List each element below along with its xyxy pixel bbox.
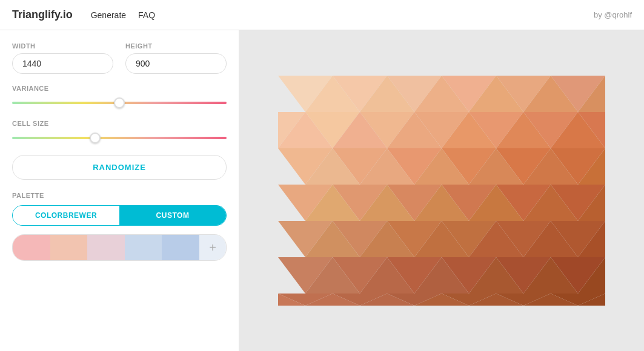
nav-generate[interactable]: Generate (91, 10, 126, 20)
height-label: HEIGHT (125, 42, 227, 50)
cellsize-section: CELL SIZE (12, 120, 227, 144)
add-color-button[interactable]: + (199, 235, 226, 260)
randomize-button[interactable]: RANDOMIZE (12, 155, 227, 180)
cellsize-label: CELL SIZE (12, 120, 227, 127)
cellsize-slider[interactable] (12, 137, 227, 139)
variance-slider[interactable] (12, 102, 227, 104)
header: Trianglify.io Generate FAQ by @qrohlf (0, 0, 644, 30)
nav-faq[interactable]: FAQ (138, 10, 155, 20)
swatch-0[interactable] (13, 235, 50, 260)
credit: by @qrohlf (594, 10, 632, 19)
palette-colorbrewer[interactable]: COLORBREWER (13, 206, 119, 225)
width-group: WIDTH (12, 42, 113, 74)
variance-label: VARIANCE (12, 85, 227, 92)
palette-toggle: COLORBREWER CUSTOM (12, 205, 227, 226)
logo: Trianglify.io (12, 8, 73, 21)
width-input[interactable] (12, 53, 113, 74)
swatch-2[interactable] (87, 235, 125, 260)
variance-section: VARIANCE (12, 85, 227, 109)
height-group: HEIGHT (125, 42, 227, 74)
palette-label: PALETTE (12, 192, 227, 199)
swatch-3[interactable] (125, 235, 162, 260)
cellsize-slider-container (12, 132, 227, 144)
width-label: WIDTH (12, 42, 113, 50)
main-nav: Generate FAQ (91, 10, 594, 20)
color-swatches: + (12, 234, 227, 261)
swatch-4[interactable] (162, 235, 199, 260)
left-panel: WIDTH HEIGHT VARIANCE CELL SIZE (0, 30, 239, 351)
preview-image (278, 76, 605, 306)
dimension-inputs: WIDTH HEIGHT (12, 42, 227, 74)
right-panel (239, 30, 644, 351)
variance-slider-container (12, 97, 227, 109)
main-layout: WIDTH HEIGHT VARIANCE CELL SIZE (0, 30, 644, 351)
height-input[interactable] (125, 53, 227, 74)
swatch-1[interactable] (50, 235, 88, 260)
trianglify-svg (278, 76, 605, 306)
palette-custom[interactable]: CUSTOM (119, 206, 226, 225)
